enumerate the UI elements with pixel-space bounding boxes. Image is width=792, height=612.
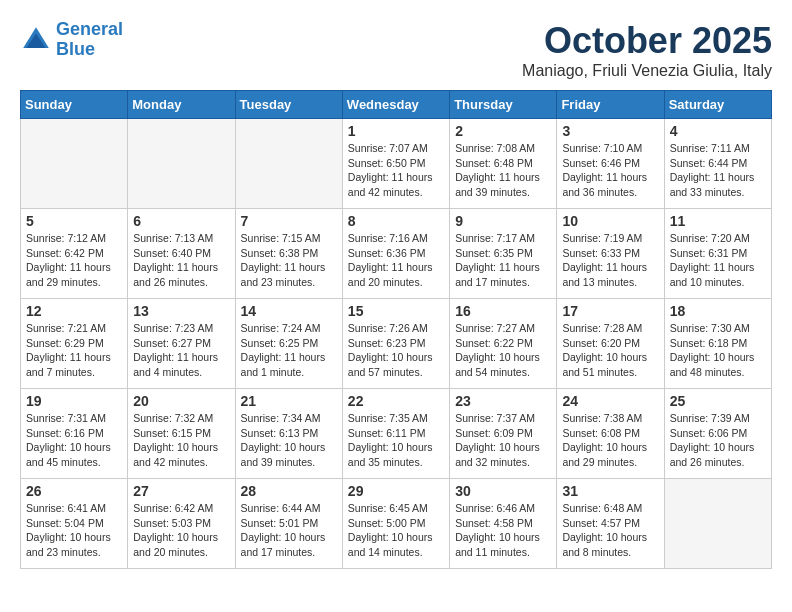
day-info: Sunrise: 7:15 AMSunset: 6:38 PMDaylight:…: [241, 231, 337, 290]
day-info: Sunrise: 7:20 AMSunset: 6:31 PMDaylight:…: [670, 231, 766, 290]
day-cell: 18Sunrise: 7:30 AMSunset: 6:18 PMDayligh…: [664, 299, 771, 389]
day-info: Sunrise: 7:16 AMSunset: 6:36 PMDaylight:…: [348, 231, 444, 290]
week-row-1: 1Sunrise: 7:07 AMSunset: 6:50 PMDaylight…: [21, 119, 772, 209]
day-number: 22: [348, 393, 444, 409]
week-row-3: 12Sunrise: 7:21 AMSunset: 6:29 PMDayligh…: [21, 299, 772, 389]
day-number: 28: [241, 483, 337, 499]
day-cell: 31Sunrise: 6:48 AMSunset: 4:57 PMDayligh…: [557, 479, 664, 569]
day-info: Sunrise: 7:34 AMSunset: 6:13 PMDaylight:…: [241, 411, 337, 470]
day-info: Sunrise: 6:41 AMSunset: 5:04 PMDaylight:…: [26, 501, 122, 560]
day-info: Sunrise: 7:32 AMSunset: 6:15 PMDaylight:…: [133, 411, 229, 470]
weekday-header-saturday: Saturday: [664, 91, 771, 119]
weekday-header-thursday: Thursday: [450, 91, 557, 119]
day-number: 5: [26, 213, 122, 229]
day-number: 21: [241, 393, 337, 409]
day-number: 19: [26, 393, 122, 409]
day-cell: 17Sunrise: 7:28 AMSunset: 6:20 PMDayligh…: [557, 299, 664, 389]
day-cell: 20Sunrise: 7:32 AMSunset: 6:15 PMDayligh…: [128, 389, 235, 479]
day-cell: 19Sunrise: 7:31 AMSunset: 6:16 PMDayligh…: [21, 389, 128, 479]
day-cell: 10Sunrise: 7:19 AMSunset: 6:33 PMDayligh…: [557, 209, 664, 299]
day-number: 11: [670, 213, 766, 229]
day-info: Sunrise: 7:17 AMSunset: 6:35 PMDaylight:…: [455, 231, 551, 290]
calendar-table: SundayMondayTuesdayWednesdayThursdayFrid…: [20, 90, 772, 569]
weekday-header-tuesday: Tuesday: [235, 91, 342, 119]
day-info: Sunrise: 7:35 AMSunset: 6:11 PMDaylight:…: [348, 411, 444, 470]
day-number: 3: [562, 123, 658, 139]
day-cell: 22Sunrise: 7:35 AMSunset: 6:11 PMDayligh…: [342, 389, 449, 479]
day-number: 24: [562, 393, 658, 409]
day-number: 17: [562, 303, 658, 319]
day-number: 8: [348, 213, 444, 229]
calendar-subtitle: Maniago, Friuli Venezia Giulia, Italy: [522, 62, 772, 80]
day-number: 6: [133, 213, 229, 229]
day-cell: 3Sunrise: 7:10 AMSunset: 6:46 PMDaylight…: [557, 119, 664, 209]
day-number: 16: [455, 303, 551, 319]
day-cell: [21, 119, 128, 209]
day-info: Sunrise: 7:30 AMSunset: 6:18 PMDaylight:…: [670, 321, 766, 380]
day-cell: 12Sunrise: 7:21 AMSunset: 6:29 PMDayligh…: [21, 299, 128, 389]
day-cell: 14Sunrise: 7:24 AMSunset: 6:25 PMDayligh…: [235, 299, 342, 389]
day-info: Sunrise: 7:21 AMSunset: 6:29 PMDaylight:…: [26, 321, 122, 380]
day-cell: 7Sunrise: 7:15 AMSunset: 6:38 PMDaylight…: [235, 209, 342, 299]
weekday-header-wednesday: Wednesday: [342, 91, 449, 119]
logo-text: General Blue: [56, 20, 123, 60]
day-number: 18: [670, 303, 766, 319]
day-number: 20: [133, 393, 229, 409]
day-cell: 4Sunrise: 7:11 AMSunset: 6:44 PMDaylight…: [664, 119, 771, 209]
day-cell: 21Sunrise: 7:34 AMSunset: 6:13 PMDayligh…: [235, 389, 342, 479]
day-cell: 13Sunrise: 7:23 AMSunset: 6:27 PMDayligh…: [128, 299, 235, 389]
day-cell: 11Sunrise: 7:20 AMSunset: 6:31 PMDayligh…: [664, 209, 771, 299]
day-number: 2: [455, 123, 551, 139]
day-number: 29: [348, 483, 444, 499]
day-info: Sunrise: 7:31 AMSunset: 6:16 PMDaylight:…: [26, 411, 122, 470]
day-info: Sunrise: 7:24 AMSunset: 6:25 PMDaylight:…: [241, 321, 337, 380]
day-number: 30: [455, 483, 551, 499]
day-number: 15: [348, 303, 444, 319]
page-header: General Blue October 2025 Maniago, Friul…: [20, 20, 772, 80]
day-info: Sunrise: 6:42 AMSunset: 5:03 PMDaylight:…: [133, 501, 229, 560]
day-info: Sunrise: 7:38 AMSunset: 6:08 PMDaylight:…: [562, 411, 658, 470]
day-number: 7: [241, 213, 337, 229]
day-cell: 23Sunrise: 7:37 AMSunset: 6:09 PMDayligh…: [450, 389, 557, 479]
day-number: 9: [455, 213, 551, 229]
day-number: 13: [133, 303, 229, 319]
day-info: Sunrise: 7:28 AMSunset: 6:20 PMDaylight:…: [562, 321, 658, 380]
day-cell: 28Sunrise: 6:44 AMSunset: 5:01 PMDayligh…: [235, 479, 342, 569]
weekday-header-row: SundayMondayTuesdayWednesdayThursdayFrid…: [21, 91, 772, 119]
logo: General Blue: [20, 20, 123, 60]
day-number: 31: [562, 483, 658, 499]
day-info: Sunrise: 7:19 AMSunset: 6:33 PMDaylight:…: [562, 231, 658, 290]
day-number: 23: [455, 393, 551, 409]
day-cell: 26Sunrise: 6:41 AMSunset: 5:04 PMDayligh…: [21, 479, 128, 569]
day-cell: 16Sunrise: 7:27 AMSunset: 6:22 PMDayligh…: [450, 299, 557, 389]
day-info: Sunrise: 7:26 AMSunset: 6:23 PMDaylight:…: [348, 321, 444, 380]
day-cell: [128, 119, 235, 209]
day-number: 25: [670, 393, 766, 409]
day-info: Sunrise: 7:13 AMSunset: 6:40 PMDaylight:…: [133, 231, 229, 290]
weekday-header-sunday: Sunday: [21, 91, 128, 119]
day-info: Sunrise: 7:27 AMSunset: 6:22 PMDaylight:…: [455, 321, 551, 380]
calendar-title: October 2025: [522, 20, 772, 62]
day-cell: 9Sunrise: 7:17 AMSunset: 6:35 PMDaylight…: [450, 209, 557, 299]
day-info: Sunrise: 7:37 AMSunset: 6:09 PMDaylight:…: [455, 411, 551, 470]
day-info: Sunrise: 7:10 AMSunset: 6:46 PMDaylight:…: [562, 141, 658, 200]
day-info: Sunrise: 6:48 AMSunset: 4:57 PMDaylight:…: [562, 501, 658, 560]
day-info: Sunrise: 6:46 AMSunset: 4:58 PMDaylight:…: [455, 501, 551, 560]
day-cell: 24Sunrise: 7:38 AMSunset: 6:08 PMDayligh…: [557, 389, 664, 479]
day-number: 4: [670, 123, 766, 139]
day-cell: 15Sunrise: 7:26 AMSunset: 6:23 PMDayligh…: [342, 299, 449, 389]
title-section: October 2025 Maniago, Friuli Venezia Giu…: [522, 20, 772, 80]
day-info: Sunrise: 6:45 AMSunset: 5:00 PMDaylight:…: [348, 501, 444, 560]
day-number: 27: [133, 483, 229, 499]
day-cell: [235, 119, 342, 209]
weekday-header-friday: Friday: [557, 91, 664, 119]
day-number: 26: [26, 483, 122, 499]
day-cell: 25Sunrise: 7:39 AMSunset: 6:06 PMDayligh…: [664, 389, 771, 479]
day-number: 14: [241, 303, 337, 319]
day-number: 10: [562, 213, 658, 229]
week-row-4: 19Sunrise: 7:31 AMSunset: 6:16 PMDayligh…: [21, 389, 772, 479]
day-cell: 1Sunrise: 7:07 AMSunset: 6:50 PMDaylight…: [342, 119, 449, 209]
day-info: Sunrise: 7:07 AMSunset: 6:50 PMDaylight:…: [348, 141, 444, 200]
day-cell: 29Sunrise: 6:45 AMSunset: 5:00 PMDayligh…: [342, 479, 449, 569]
day-cell: 6Sunrise: 7:13 AMSunset: 6:40 PMDaylight…: [128, 209, 235, 299]
